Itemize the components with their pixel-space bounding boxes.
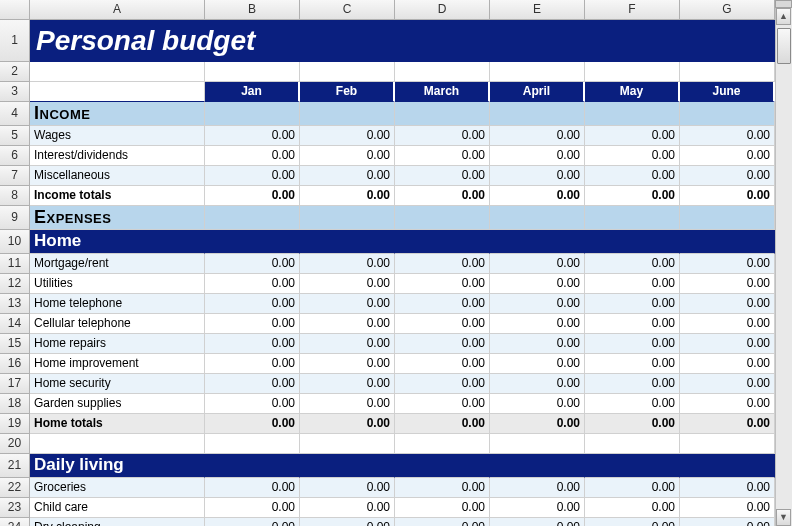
total-value[interactable]: 0.00: [395, 186, 490, 206]
cell-value[interactable]: 0.00: [300, 254, 395, 274]
row-header-20[interactable]: 20: [0, 434, 30, 454]
cell-value[interactable]: 0.00: [585, 518, 680, 526]
row-header-24[interactable]: 24: [0, 518, 30, 526]
total-value[interactable]: 0.00: [585, 414, 680, 434]
cell-value[interactable]: 0.00: [490, 394, 585, 414]
cell-value[interactable]: 0.00: [585, 334, 680, 354]
row-header-2[interactable]: 2: [0, 62, 30, 82]
cell-value[interactable]: 0.00: [490, 518, 585, 526]
cell-value[interactable]: 0.00: [585, 166, 680, 186]
cell[interactable]: [585, 230, 680, 254]
total-label[interactable]: Home totals: [30, 414, 205, 434]
cell[interactable]: [680, 230, 775, 254]
row-label[interactable]: Miscellaneous: [30, 166, 205, 186]
month-header[interactable]: Feb: [300, 82, 395, 102]
cell-value[interactable]: 0.00: [680, 394, 775, 414]
cell-value[interactable]: 0.00: [680, 254, 775, 274]
scroll-down-button[interactable]: ▼: [776, 509, 791, 526]
cell[interactable]: [205, 434, 300, 454]
scroll-thumb[interactable]: [777, 28, 791, 64]
row-label[interactable]: Garden supplies: [30, 394, 205, 414]
cell-value[interactable]: 0.00: [490, 314, 585, 334]
row-label[interactable]: Child care: [30, 498, 205, 518]
vertical-scrollbar[interactable]: ▲ ▼: [775, 0, 792, 526]
month-header[interactable]: April: [490, 82, 585, 102]
cell-value[interactable]: 0.00: [395, 334, 490, 354]
cell-value[interactable]: 0.00: [205, 274, 300, 294]
total-value[interactable]: 0.00: [585, 186, 680, 206]
cell-value[interactable]: 0.00: [490, 374, 585, 394]
total-value[interactable]: 0.00: [490, 186, 585, 206]
row-label[interactable]: Home security: [30, 374, 205, 394]
row-header-21[interactable]: 21: [0, 454, 30, 478]
cell[interactable]: [300, 102, 395, 126]
row-header-1[interactable]: 1: [0, 20, 30, 62]
cell-value[interactable]: 0.00: [300, 374, 395, 394]
total-value[interactable]: 0.00: [300, 414, 395, 434]
cell-value[interactable]: 0.00: [395, 254, 490, 274]
cell-value[interactable]: 0.00: [395, 166, 490, 186]
cell-value[interactable]: 0.00: [205, 294, 300, 314]
col-header-A[interactable]: A: [30, 0, 205, 20]
cell[interactable]: [30, 82, 205, 102]
col-header-C[interactable]: C: [300, 0, 395, 20]
cell-value[interactable]: 0.00: [585, 498, 680, 518]
cell-value[interactable]: 0.00: [490, 498, 585, 518]
cell-value[interactable]: 0.00: [490, 166, 585, 186]
cell-value[interactable]: 0.00: [300, 274, 395, 294]
scroll-up-button[interactable]: ▲: [776, 8, 791, 25]
cell-value[interactable]: 0.00: [205, 518, 300, 526]
cell-value[interactable]: 0.00: [680, 166, 775, 186]
cell-value[interactable]: 0.00: [205, 166, 300, 186]
cell[interactable]: [205, 206, 300, 230]
row-label[interactable]: Interest/dividends: [30, 146, 205, 166]
cell-value[interactable]: 0.00: [680, 518, 775, 526]
cell-value[interactable]: 0.00: [585, 314, 680, 334]
row-header-9[interactable]: 9: [0, 206, 30, 230]
cell[interactable]: [680, 102, 775, 126]
cell-value[interactable]: 0.00: [300, 166, 395, 186]
cell-value[interactable]: 0.00: [300, 126, 395, 146]
cell-value[interactable]: 0.00: [585, 294, 680, 314]
cell-value[interactable]: 0.00: [205, 254, 300, 274]
col-header-F[interactable]: F: [585, 0, 680, 20]
total-value[interactable]: 0.00: [680, 414, 775, 434]
cell-value[interactable]: 0.00: [300, 354, 395, 374]
total-value[interactable]: 0.00: [490, 414, 585, 434]
cell-value[interactable]: 0.00: [205, 126, 300, 146]
cell[interactable]: [680, 206, 775, 230]
cell-value[interactable]: 0.00: [585, 146, 680, 166]
row-header-11[interactable]: 11: [0, 254, 30, 274]
cell-value[interactable]: 0.00: [585, 394, 680, 414]
cell-value[interactable]: 0.00: [585, 254, 680, 274]
row-header-19[interactable]: 19: [0, 414, 30, 434]
row-label[interactable]: Utilities: [30, 274, 205, 294]
row-header-23[interactable]: 23: [0, 498, 30, 518]
cell-value[interactable]: 0.00: [205, 374, 300, 394]
cell[interactable]: [490, 206, 585, 230]
row-header-17[interactable]: 17: [0, 374, 30, 394]
cell[interactable]: [395, 102, 490, 126]
row-label[interactable]: Home improvement: [30, 354, 205, 374]
col-header-G[interactable]: G: [680, 0, 775, 20]
cell-value[interactable]: 0.00: [490, 478, 585, 498]
cell-value[interactable]: 0.00: [680, 126, 775, 146]
cell-value[interactable]: 0.00: [300, 334, 395, 354]
cell-value[interactable]: 0.00: [205, 334, 300, 354]
cell-value[interactable]: 0.00: [680, 146, 775, 166]
cell[interactable]: [205, 62, 300, 82]
cell[interactable]: [490, 102, 585, 126]
cell-value[interactable]: 0.00: [585, 478, 680, 498]
cell[interactable]: [205, 454, 300, 478]
total-value[interactable]: 0.00: [205, 186, 300, 206]
cell-value[interactable]: 0.00: [585, 126, 680, 146]
cell-value[interactable]: 0.00: [680, 478, 775, 498]
cell-value[interactable]: 0.00: [490, 146, 585, 166]
total-value[interactable]: 0.00: [300, 186, 395, 206]
cell-value[interactable]: 0.00: [300, 478, 395, 498]
cell-value[interactable]: 0.00: [205, 314, 300, 334]
cell[interactable]: [585, 434, 680, 454]
cell[interactable]: [490, 434, 585, 454]
cell-value[interactable]: 0.00: [680, 314, 775, 334]
cell-value[interactable]: 0.00: [680, 374, 775, 394]
